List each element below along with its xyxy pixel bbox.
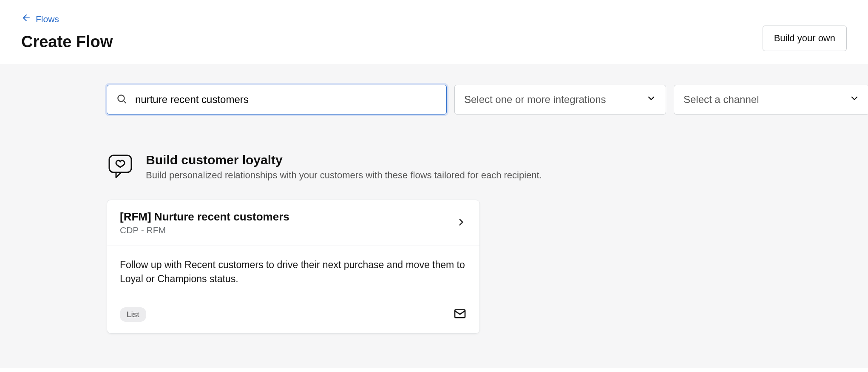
integrations-placeholder: Select one or more integrations (464, 94, 606, 106)
page-title: Create Flow (21, 33, 113, 51)
heart-bubble-icon (107, 153, 134, 180)
svg-rect-3 (109, 155, 131, 172)
flow-card-subtitle: CDP - RFM (120, 225, 289, 235)
integrations-dropdown[interactable]: Select one or more integrations (454, 85, 666, 114)
flow-card: [RFM] Nurture recent customers CDP - RFM… (107, 200, 480, 334)
breadcrumb-label: Flows (36, 14, 59, 24)
search-icon (116, 93, 127, 106)
svg-point-1 (118, 95, 124, 101)
section-header: Build customer loyalty Build personalize… (107, 153, 761, 181)
build-your-own-button[interactable]: Build your own (763, 26, 847, 51)
page-header: Flows Create Flow Build your own (0, 0, 868, 64)
arrow-left-icon (21, 13, 31, 25)
chevron-down-icon (849, 93, 859, 106)
flow-tag: List (120, 307, 146, 322)
chevron-down-icon (646, 93, 656, 106)
svg-line-2 (124, 101, 126, 103)
section-title: Build customer loyalty (146, 153, 542, 167)
chevron-right-icon (456, 217, 467, 229)
header-left: Flows Create Flow (21, 13, 113, 51)
search-wrapper (107, 85, 447, 114)
mail-icon (453, 307, 467, 322)
flow-card-description: Follow up with Recent customers to drive… (120, 258, 467, 286)
flow-card-title: [RFM] Nurture recent customers (120, 210, 289, 223)
channel-placeholder: Select a channel (684, 94, 759, 106)
filters-row: Select one or more integrations Select a… (107, 85, 761, 114)
content-area: Select one or more integrations Select a… (0, 64, 868, 368)
section-subtitle: Build personalized relationships with yo… (146, 170, 542, 181)
breadcrumb-flows[interactable]: Flows (21, 13, 113, 25)
search-input[interactable] (107, 85, 447, 114)
flow-card-body: Follow up with Recent customers to drive… (107, 246, 479, 298)
section-loyalty: Build customer loyalty Build personalize… (107, 153, 761, 334)
channel-dropdown[interactable]: Select a channel (674, 85, 868, 114)
flow-card-header[interactable]: [RFM] Nurture recent customers CDP - RFM (107, 200, 479, 246)
flow-card-footer: List (107, 307, 479, 333)
